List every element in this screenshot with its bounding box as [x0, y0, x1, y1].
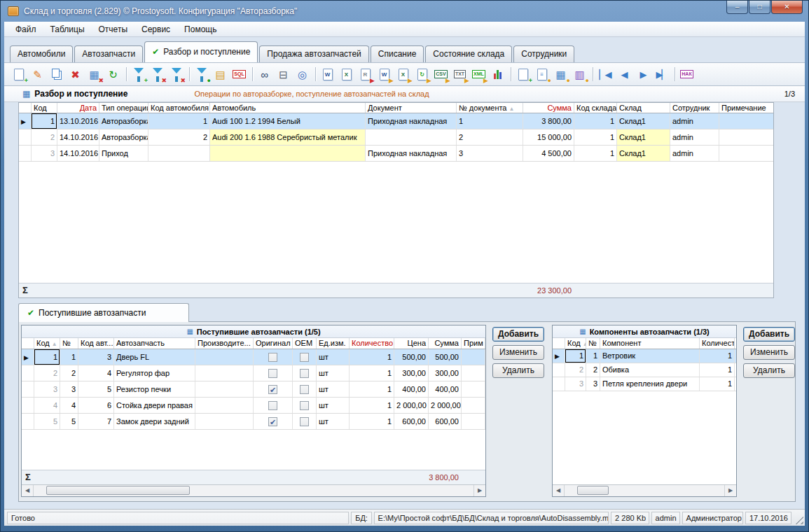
nav-prev-icon[interactable]: ◀	[615, 66, 632, 83]
table-cell[interactable]	[293, 349, 317, 365]
table-cell[interactable]	[719, 113, 774, 129]
table-cell[interactable]: Авторазборка	[99, 130, 148, 145]
checkbox[interactable]: ✔	[268, 385, 277, 394]
table-cell[interactable]: ✔	[254, 382, 293, 397]
table-cell[interactable]: 2 000,00	[429, 398, 462, 413]
row-selector[interactable]	[19, 146, 32, 161]
table-cell[interactable]	[293, 365, 317, 381]
tab-автозапчасти[interactable]: Автозапчасти	[74, 46, 143, 62]
row-selector[interactable]	[22, 398, 34, 413]
tab-сотрудники[interactable]: Сотрудники	[513, 46, 574, 62]
table-cell[interactable]: Авторазборка	[99, 113, 148, 129]
column-header[interactable]: Компонент	[600, 338, 700, 349]
table-cell[interactable]: 3 800,00	[523, 113, 574, 129]
table-cell[interactable]	[462, 414, 485, 429]
table-cell[interactable]: 5	[60, 414, 78, 429]
table-cell[interactable]: 1	[700, 377, 735, 391]
column-header[interactable]: № документа▲	[457, 103, 523, 113]
table-cell[interactable]: Замок двери задний	[114, 414, 195, 429]
table-row[interactable]: 224Регулятор фаршт1300,00300,00	[22, 365, 485, 382]
column-header[interactable]: Документ	[366, 103, 457, 113]
clear-table-icon[interactable]: ▦✖	[85, 66, 103, 83]
table-cell[interactable]: 14.10.2016	[57, 146, 99, 161]
table-cell[interactable]: 4 500,00	[523, 146, 574, 161]
column-header[interactable]	[19, 103, 32, 113]
menu-item[interactable]: Таблицы	[43, 23, 92, 36]
row-selector[interactable]	[19, 130, 32, 145]
table-cell[interactable]: 13.10.2016	[57, 113, 99, 129]
table-columns-icon[interactable]: ▥●	[571, 66, 588, 83]
scroll-track[interactable]	[34, 485, 473, 496]
table-cell[interactable]: 600,00	[394, 414, 429, 429]
filter-clear-icon[interactable]: ✖	[167, 66, 185, 83]
table-cell[interactable]: 14.10.2016	[57, 130, 99, 145]
tab-продажа-автозапчастей[interactable]: Продажа автозапчастей	[259, 46, 368, 62]
table-cell[interactable]: Склад1	[617, 130, 670, 145]
table-cell[interactable]: 300,00	[429, 365, 462, 381]
table-row[interactable]: 33Петля крепления двери1	[553, 377, 736, 391]
column-header[interactable]: №	[586, 338, 600, 349]
column-header[interactable]	[22, 338, 34, 349]
edit-record-icon[interactable]: ✎	[29, 66, 46, 83]
table-cell[interactable]: ✔	[254, 414, 293, 429]
table-cell[interactable]: Приходная накладная	[366, 146, 457, 161]
table-cell[interactable]: 4	[34, 398, 60, 413]
scroll-track[interactable]	[565, 485, 724, 496]
column-header[interactable]: Оригинал	[254, 338, 293, 349]
table-cell[interactable]: шт	[317, 382, 350, 397]
table-cell[interactable]: 7	[78, 414, 114, 429]
table-cell[interactable]: 3	[78, 349, 114, 365]
scroll-thumb[interactable]	[577, 486, 609, 495]
table-cell[interactable]: 1	[574, 146, 617, 161]
parts-delete-button[interactable]: Удалить	[492, 363, 544, 378]
table-cell[interactable]: 3	[586, 377, 600, 391]
table-row[interactable]: 557Замок двери задний✔шт1600,00600,00	[22, 414, 485, 430]
table-cell[interactable]: 1	[350, 398, 394, 413]
table-cell[interactable]: Audi 200 1.6 1988 Серебристый металик	[210, 130, 366, 145]
table-cell[interactable]	[195, 349, 254, 365]
table-cell[interactable]: Приходная накладная	[366, 113, 457, 129]
components-edit-button[interactable]: Изменить	[743, 345, 795, 360]
column-header[interactable]: Автомобиль	[210, 103, 366, 113]
export-excel-icon[interactable]: X	[338, 66, 355, 83]
find-icon[interactable]: ∞	[256, 66, 273, 83]
close-button[interactable]: ✕	[771, 1, 803, 14]
table-cell[interactable]	[719, 146, 774, 161]
table-cell[interactable]: шт	[317, 414, 350, 429]
table-cell[interactable]	[293, 398, 317, 413]
table-cell[interactable]: 2	[34, 365, 60, 381]
menu-item[interactable]: Отчеты	[92, 23, 134, 36]
scroll-thumb[interactable]	[46, 486, 190, 495]
components-add-button[interactable]: Добавить	[743, 327, 795, 342]
table-cell[interactable]: 2	[60, 365, 78, 381]
table-cell[interactable]	[254, 349, 293, 365]
column-header[interactable]: Склад	[617, 103, 670, 113]
add-subrecord-icon[interactable]: +	[514, 66, 532, 83]
checkbox[interactable]	[268, 353, 277, 362]
subrecord-report-icon[interactable]: ≡●	[533, 66, 551, 83]
column-header[interactable]: Сумма	[523, 103, 574, 113]
table-cell[interactable]: Резистор печки	[114, 382, 195, 397]
table-cell[interactable]: 3	[565, 377, 586, 391]
print-icon[interactable]: ⊟	[275, 66, 292, 83]
table-cell[interactable]: admin	[670, 113, 719, 129]
scroll-left-arrow[interactable]: ◀	[22, 485, 34, 496]
column-header[interactable]: OEM	[293, 338, 317, 349]
export-txt-icon[interactable]: TXT▶	[451, 66, 469, 83]
sql-filter-icon[interactable]: SQL	[230, 66, 248, 83]
table-cell[interactable]: 1	[574, 130, 617, 145]
menu-item[interactable]: Сервис	[134, 23, 177, 36]
table-cell[interactable]: 1	[457, 113, 523, 129]
table-cell[interactable]	[254, 365, 293, 381]
resize-grip[interactable]	[794, 515, 803, 524]
table-cell[interactable]: Стойка двери правая	[114, 398, 195, 413]
table-settings-icon[interactable]: ▦●	[552, 66, 569, 83]
table-cell[interactable]: Обивка	[600, 363, 700, 377]
column-header[interactable]: Код▲	[565, 338, 586, 349]
column-header[interactable]: Сумма	[429, 338, 462, 349]
table-cell[interactable]: 2 000,00	[394, 398, 429, 413]
maximize-button[interactable]: □	[749, 1, 770, 14]
table-cell[interactable]: 1	[148, 113, 210, 129]
table-cell[interactable]: 3	[60, 382, 78, 397]
nav-first-icon[interactable]: ▏◀	[596, 66, 614, 83]
